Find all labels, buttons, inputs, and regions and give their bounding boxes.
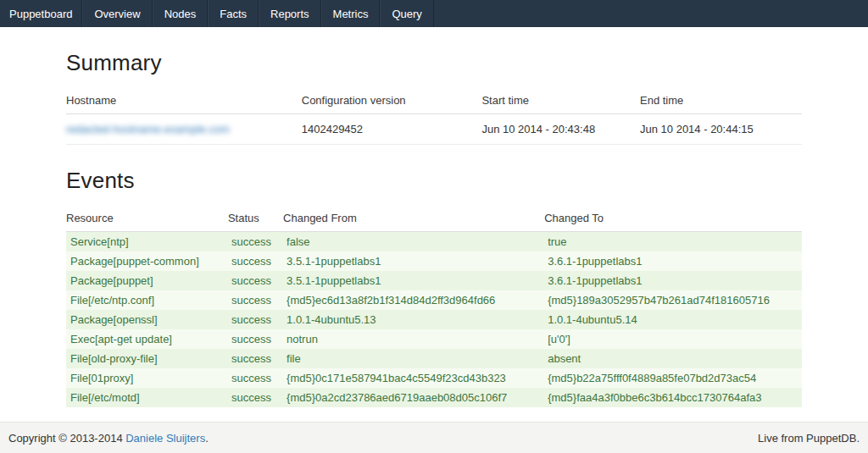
main-content: Summary Hostname Configuration version S…	[0, 27, 868, 422]
event-status-cell: success	[228, 271, 283, 290]
event-status-cell: success	[228, 232, 283, 252]
summary-title: Summary	[66, 50, 802, 76]
copyright-text-prefix: Copyright © 2013-2014	[8, 432, 125, 445]
nav-item-overview[interactable]: Overview	[82, 0, 152, 27]
events-col-changed-to: Changed To	[544, 205, 802, 232]
summary-config-version-cell: 1402429452	[302, 114, 482, 145]
page: Puppetboard Overview Nodes Facts Reports…	[0, 0, 868, 453]
event-status-cell: success	[228, 251, 283, 271]
event-row: Exec[apt-get update] success notrun [u'0…	[66, 329, 802, 349]
navbar-brand-puppetboard[interactable]: Puppetboard	[0, 0, 82, 27]
summary-end-time-cell: Jun 10 2014 - 20:44:15	[640, 114, 802, 145]
event-resource-cell: Package[puppet-common]	[66, 251, 228, 271]
event-changed-to-cell: absent	[544, 349, 802, 368]
event-changed-from-cell: {md5}0c171e587941bac4c5549f23cd43b323	[283, 368, 544, 388]
event-resource-cell: File[/etc/motd]	[66, 388, 228, 407]
nav-item-nodes[interactable]: Nodes	[153, 0, 209, 27]
summary-col-end-time: End time	[640, 87, 802, 114]
summary-col-hostname: Hostname	[66, 87, 302, 114]
nav-item-metrics[interactable]: Metrics	[321, 0, 381, 27]
event-changed-from-cell: 1.0.1-4ubuntu5.13	[283, 310, 544, 329]
event-resource-cell: Package[puppet]	[66, 271, 228, 290]
event-row: File[/etc/ntp.conf] success {md5}ec6d13a…	[66, 290, 802, 310]
summary-section: Summary Hostname Configuration version S…	[66, 50, 802, 145]
event-changed-from-cell: {md5}ec6d13a8f2b1f314d84d2ff3d964fd66	[283, 290, 544, 310]
event-changed-from-cell: 3.5.1-1puppetlabs1	[283, 251, 544, 271]
summary-table: Hostname Configuration version Start tim…	[66, 87, 802, 145]
event-changed-to-cell: 3.6.1-1puppetlabs1	[544, 251, 802, 271]
events-title: Events	[66, 168, 802, 194]
event-changed-from-cell: 3.5.1-1puppetlabs1	[283, 271, 544, 290]
footer-copyright: Copyright © 2013-2014 Daniele Sluijters.	[8, 432, 209, 445]
summary-col-config-version: Configuration version	[302, 87, 482, 114]
event-changed-to-cell: 1.0.1-4ubuntu5.14	[544, 310, 802, 329]
event-changed-to-cell: {md5}189a3052957b47b261ad74f181605716	[544, 290, 802, 310]
event-status-cell: success	[228, 310, 283, 329]
event-row: Package[puppet] success 3.5.1-1puppetlab…	[66, 271, 802, 290]
event-row: File[01proxy] success {md5}0c171e587941b…	[66, 368, 802, 388]
event-row: Package[puppet-common] success 3.5.1-1pu…	[66, 251, 802, 271]
events-section: Events Resource Status Changed From Chan…	[66, 168, 802, 407]
summary-start-time-cell: Jun 10 2014 - 20:43:48	[481, 114, 640, 145]
event-changed-to-cell: {md5}b22a75fff0f4889a85fe07bd2d73ac54	[544, 368, 802, 388]
summary-col-start-time: Start time	[481, 87, 640, 114]
event-changed-from-cell: {md5}0a2cd23786aed6719aaeb08d05c106f7	[283, 388, 544, 407]
summary-hostname-cell: redacted-hostname.example.com	[66, 114, 302, 145]
event-row: Service[ntp] success false true	[66, 232, 802, 252]
copyright-text-suffix: .	[205, 432, 209, 445]
summary-row: redacted-hostname.example.com 1402429452…	[66, 114, 802, 145]
event-changed-from-cell: file	[283, 349, 544, 368]
event-status-cell: success	[228, 329, 283, 349]
event-row: Package[openssl] success 1.0.1-4ubuntu5.…	[66, 310, 802, 329]
nav-item-query[interactable]: Query	[380, 0, 433, 27]
event-changed-from-cell: notrun	[283, 329, 544, 349]
event-resource-cell: File[/etc/ntp.conf]	[66, 290, 228, 310]
event-changed-to-cell: 3.6.1-1puppetlabs1	[544, 271, 802, 290]
event-changed-to-cell: true	[544, 232, 802, 252]
event-changed-to-cell: {md5}faa4a3f0bbe6c3b614bcc1730764afa3	[544, 388, 802, 407]
event-status-cell: success	[228, 368, 283, 388]
events-col-changed-from: Changed From	[283, 205, 544, 232]
navbar: Puppetboard Overview Nodes Facts Reports…	[0, 0, 868, 27]
nav-item-facts[interactable]: Facts	[208, 0, 259, 27]
event-resource-cell: File[01proxy]	[66, 368, 228, 388]
event-row: File[old-proxy-file] success file absent	[66, 349, 802, 368]
event-resource-cell: Service[ntp]	[66, 232, 228, 252]
nav-item-reports[interactable]: Reports	[259, 0, 321, 27]
event-changed-from-cell: false	[283, 232, 544, 252]
event-resource-cell: Exec[apt-get update]	[66, 329, 228, 349]
event-resource-cell: File[old-proxy-file]	[66, 349, 228, 368]
event-status-cell: success	[228, 290, 283, 310]
copyright-author-link[interactable]: Daniele Sluijters	[125, 432, 205, 445]
events-col-status: Status	[228, 205, 283, 232]
event-row: File[/etc/motd] success {md5}0a2cd23786a…	[66, 388, 802, 407]
events-col-resource: Resource	[66, 205, 228, 232]
events-table-body: Service[ntp] success false true Package[…	[66, 232, 802, 408]
footer-puppetdb-status: Live from PuppetDB.	[758, 432, 860, 445]
footer: Copyright © 2013-2014 Daniele Sluijters.…	[0, 422, 868, 453]
event-status-cell: success	[228, 349, 283, 368]
event-status-cell: success	[228, 388, 283, 407]
event-resource-cell: Package[openssl]	[66, 310, 228, 329]
event-changed-to-cell: [u'0']	[544, 329, 802, 349]
hostname-link[interactable]: redacted-hostname.example.com	[66, 123, 230, 135]
events-table: Resource Status Changed From Changed To …	[66, 205, 802, 407]
